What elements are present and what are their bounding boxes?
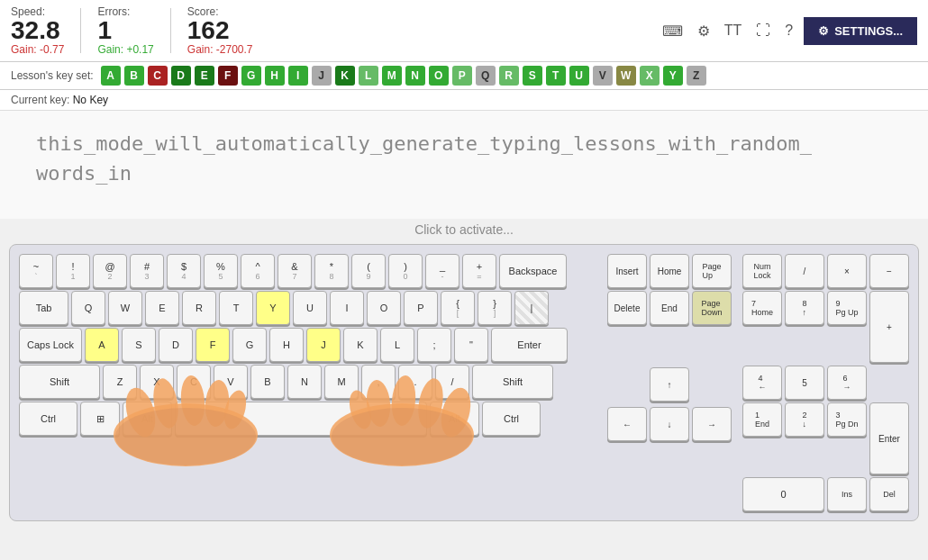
- key-g[interactable]: G: [232, 328, 267, 362]
- key-p[interactable]: P: [404, 291, 438, 325]
- help-icon-btn[interactable]: ?: [781, 21, 796, 41]
- key-i[interactable]: I: [330, 291, 364, 325]
- key-home[interactable]: Home: [650, 254, 689, 288]
- key-t[interactable]: T: [219, 291, 253, 325]
- key-numsub[interactable]: −: [869, 254, 909, 288]
- key-lalt[interactable]: Alt: [123, 402, 172, 436]
- key-space[interactable]: [175, 402, 427, 436]
- key-capslock[interactable]: Caps Lock: [19, 328, 82, 362]
- key-4[interactable]: $4: [167, 254, 201, 288]
- fullscreen-icon-btn[interactable]: ⛶: [752, 21, 774, 41]
- key-tab[interactable]: Tab: [19, 291, 68, 325]
- key-8[interactable]: *8: [314, 254, 349, 288]
- key-y[interactable]: Y: [256, 291, 290, 325]
- key-h[interactable]: H: [269, 328, 304, 362]
- key-e[interactable]: E: [145, 291, 179, 325]
- key-numenter[interactable]: Enter: [869, 402, 909, 474]
- key-badge-L: L: [359, 66, 378, 86]
- key-num9[interactable]: 9Pg Up: [827, 291, 867, 325]
- key-num1[interactable]: 1End: [742, 402, 782, 437]
- layout-icon-btn[interactable]: ⌨: [659, 21, 687, 41]
- key-slash[interactable]: /: [435, 365, 469, 399]
- key-num3[interactable]: 3Pg Dn: [827, 402, 867, 437]
- key-backslash[interactable]: |: [514, 291, 549, 325]
- key-end[interactable]: End: [650, 291, 689, 325]
- key-backspace[interactable]: Backspace: [499, 254, 567, 288]
- key-1[interactable]: !1: [56, 254, 90, 288]
- key-quote[interactable]: ": [454, 328, 488, 362]
- key-9[interactable]: (9: [351, 254, 386, 288]
- key-n[interactable]: N: [287, 365, 322, 399]
- key-s[interactable]: S: [122, 328, 156, 362]
- key-r[interactable]: R: [182, 291, 216, 325]
- key-5[interactable]: %5: [204, 254, 238, 288]
- key-lwin[interactable]: ⊞: [80, 402, 120, 436]
- key-m[interactable]: M: [324, 365, 359, 399]
- key-pageup[interactable]: PageUp: [692, 254, 732, 288]
- key-2[interactable]: @2: [93, 254, 127, 288]
- key-numdiv[interactable]: /: [785, 254, 824, 288]
- key-lctrl[interactable]: Ctrl: [19, 402, 77, 436]
- key-3[interactable]: #3: [130, 254, 164, 288]
- key-b[interactable]: B: [250, 365, 285, 399]
- keyboard-left: ~` !1 @2 #3 $4 %5 ^6 &7 *8 (9 )0 _- += B…: [19, 254, 596, 511]
- key-delete[interactable]: Delete: [607, 291, 647, 325]
- key-comma[interactable]: ,: [361, 365, 396, 399]
- key-u[interactable]: U: [293, 291, 327, 325]
- key-pagedown[interactable]: PageDown: [692, 291, 732, 325]
- key-0[interactable]: )0: [388, 254, 423, 288]
- key-badge-E: E: [195, 66, 214, 86]
- key-left[interactable]: ←: [607, 407, 647, 441]
- speed-value: 32.8: [11, 18, 60, 43]
- theme-icon-btn[interactable]: ⚙: [694, 21, 714, 41]
- key-enter[interactable]: Enter: [491, 328, 568, 362]
- key-c[interactable]: C: [177, 365, 211, 399]
- key-d[interactable]: D: [159, 328, 193, 362]
- key-7[interactable]: &7: [277, 254, 312, 288]
- key-w[interactable]: W: [108, 291, 142, 325]
- key-num8[interactable]: 8↑: [785, 291, 824, 325]
- key-backtick[interactable]: ~`: [19, 254, 53, 288]
- key-k[interactable]: K: [343, 328, 378, 362]
- key-insert[interactable]: Insert: [607, 254, 647, 288]
- key-numlock[interactable]: NumLock: [742, 254, 782, 288]
- key-num2[interactable]: 2↓: [785, 402, 824, 437]
- key-v[interactable]: V: [214, 365, 248, 399]
- key-semicolon[interactable]: ;: [417, 328, 451, 362]
- key-l[interactable]: L: [380, 328, 414, 362]
- key-right[interactable]: →: [692, 407, 732, 441]
- click-activate-text[interactable]: Click to activate...: [0, 219, 928, 244]
- key-ralt[interactable]: Alt: [430, 402, 479, 436]
- key-rshift[interactable]: Shift: [472, 365, 553, 399]
- key-equals[interactable]: +=: [462, 254, 496, 288]
- text-size-icon-btn[interactable]: TT: [721, 21, 746, 41]
- key-num6[interactable]: 6→: [827, 366, 867, 400]
- key-period[interactable]: .: [398, 365, 432, 399]
- key-up[interactable]: ↑: [650, 367, 689, 402]
- key-num5[interactable]: 5: [785, 366, 824, 400]
- settings-button[interactable]: ⚙ SETTINGS...: [804, 17, 917, 45]
- key-num4[interactable]: 4←: [742, 366, 782, 400]
- typing-area[interactable]: this_mode_will_automatically_generate_ty…: [0, 111, 928, 219]
- key-numadd[interactable]: +: [869, 291, 909, 363]
- key-nummul[interactable]: ×: [827, 254, 867, 288]
- key-o[interactable]: O: [367, 291, 401, 325]
- key-num7[interactable]: 7Home: [742, 291, 782, 325]
- key-lbracket[interactable]: {[: [441, 291, 475, 325]
- key-rctrl[interactable]: Ctrl: [482, 402, 541, 436]
- key-j[interactable]: J: [306, 328, 341, 362]
- key-lshift[interactable]: Shift: [19, 365, 100, 399]
- key-a[interactable]: A: [85, 328, 119, 362]
- key-numdel[interactable]: Del: [869, 477, 909, 511]
- key-minus[interactable]: _-: [425, 254, 459, 288]
- key-q[interactable]: Q: [71, 291, 105, 325]
- key-f[interactable]: F: [196, 328, 230, 362]
- key-numins[interactable]: Ins: [827, 477, 867, 511]
- key-down[interactable]: ↓: [650, 407, 689, 441]
- key-rbracket[interactable]: }]: [478, 291, 512, 325]
- key-z[interactable]: Z: [103, 365, 137, 399]
- key-row-5: Ctrl ⊞ Alt Alt Ctrl: [19, 402, 596, 436]
- key-6[interactable]: ^6: [241, 254, 275, 288]
- key-num0[interactable]: 0: [742, 477, 824, 511]
- key-x[interactable]: X: [140, 365, 174, 399]
